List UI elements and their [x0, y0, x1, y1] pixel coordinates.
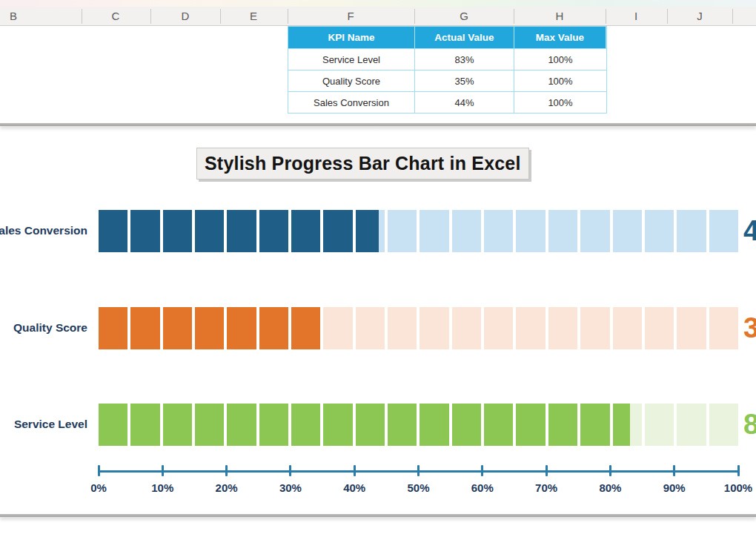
column-header-H[interactable]: H [545, 10, 574, 22]
kpi-table-header-cell[interactable]: Max Value [514, 27, 606, 48]
column-header-B[interactable]: B [0, 10, 28, 22]
kpi-table-cell[interactable]: Quality Score [288, 70, 415, 91]
progress-bar-sales-conversion[interactable] [99, 210, 738, 252]
bar-segment [163, 404, 192, 446]
bar-segment [388, 404, 417, 446]
bar-segment [420, 307, 448, 349]
progress-bar-quality-score[interactable] [99, 307, 738, 349]
x-axis-tick-label: 30% [267, 481, 314, 494]
bar-segment [227, 404, 256, 446]
value-label: 35% [743, 313, 756, 343]
bar-segment [420, 210, 448, 252]
bar-segment [323, 404, 352, 446]
column-divider [288, 9, 288, 24]
bar-segment [227, 307, 256, 349]
bar-segment [613, 404, 642, 446]
bar-segment [548, 210, 577, 252]
bar-segment [99, 307, 127, 349]
bar-segment [548, 307, 577, 349]
bar-segment [709, 307, 738, 349]
x-axis-tick [354, 465, 356, 476]
column-divider [514, 9, 514, 24]
kpi-table-cell[interactable]: 44% [415, 91, 514, 113]
value-label: 83% [743, 409, 756, 439]
column-header-row: BCDEFGHIJ [0, 7, 756, 26]
bar-segment [452, 307, 481, 349]
bar-segment [356, 210, 385, 252]
bar-segment [709, 404, 738, 446]
x-axis-tick [546, 465, 548, 476]
column-header-E[interactable]: E [239, 10, 268, 22]
bar-segment [516, 404, 545, 446]
bar-segment [580, 307, 609, 349]
column-divider [667, 9, 668, 24]
kpi-table-header-cell[interactable]: KPI Name [288, 27, 415, 48]
value-label: 44% [743, 216, 756, 246]
bar-segment [645, 307, 674, 349]
bar-segment [356, 307, 385, 349]
bar-segment [163, 210, 192, 252]
x-axis-tick-label: 60% [459, 481, 506, 494]
category-label: Quality Score [13, 321, 87, 335]
x-axis-tick [609, 465, 611, 476]
bar-segment [452, 404, 481, 446]
column-divider [220, 9, 221, 24]
kpi-table-cell[interactable]: 35% [415, 70, 514, 91]
kpi-table-cell[interactable]: 100% [514, 91, 606, 113]
bar-segment [99, 210, 127, 252]
bar-segment [677, 404, 706, 446]
column-header-I[interactable]: I [621, 10, 651, 22]
bar-segment [709, 210, 738, 252]
bar-segment [452, 210, 481, 252]
x-axis-tick [162, 465, 164, 476]
x-axis-tick [481, 465, 483, 476]
x-axis-tick-label: 40% [331, 481, 378, 494]
kpi-table-cell[interactable]: Sales Conversion [288, 91, 415, 113]
category-label: Service Level [14, 418, 87, 431]
column-header-G[interactable]: G [449, 10, 479, 22]
x-axis-tick [289, 465, 291, 476]
kpi-table-cell[interactable]: 83% [415, 48, 514, 70]
column-header-D[interactable]: D [170, 10, 200, 22]
x-axis-tick [673, 465, 675, 476]
x-axis-tick [737, 465, 740, 476]
bar-segment [580, 404, 609, 446]
x-axis-tick-label: 80% [586, 481, 634, 494]
bar-segment [259, 404, 288, 446]
bar-segment [259, 307, 288, 349]
bar-segment [420, 404, 448, 446]
excel-worksheet-view: BCDEFGHIJ KPI NameActual ValueMax ValueS… [0, 0, 756, 543]
bar-segment [613, 307, 642, 349]
kpi-table-cell[interactable]: 100% [514, 70, 606, 91]
category-label: Sales Conversion [0, 224, 87, 237]
x-axis-tick-label: 20% [203, 481, 251, 494]
bar-segment [195, 307, 224, 349]
bar-segment [227, 210, 256, 252]
x-axis-tick [225, 465, 228, 476]
kpi-table-cell[interactable]: Service Level [288, 48, 415, 70]
column-header-C[interactable]: C [101, 10, 130, 22]
column-header-F[interactable]: F [336, 10, 365, 22]
bar-segment [130, 307, 159, 349]
bar-segment [388, 307, 417, 349]
kpi-table-header-cell[interactable]: Actual Value [415, 27, 514, 48]
bar-segment [484, 307, 513, 349]
x-axis-tick-label: 90% [651, 481, 698, 494]
bar-segment [99, 404, 127, 446]
bar-segment [645, 404, 674, 446]
bar-segment [259, 210, 288, 252]
bar-segment [516, 307, 545, 349]
bar-segment [613, 210, 642, 252]
progress-bar-service-level[interactable] [99, 404, 738, 446]
column-divider [606, 9, 606, 24]
column-header-J[interactable]: J [685, 10, 714, 22]
x-axis-tick [417, 465, 420, 476]
chart-title[interactable]: Stylish Progress Bar Chart in Excel [196, 148, 529, 180]
bar-segment [195, 404, 224, 446]
bar-segment [130, 404, 159, 446]
bar-segment [291, 210, 320, 252]
kpi-table-cell[interactable]: 100% [514, 48, 606, 70]
x-axis-tick [98, 465, 100, 476]
bar-segment [323, 307, 352, 349]
bar-segment [580, 210, 609, 252]
